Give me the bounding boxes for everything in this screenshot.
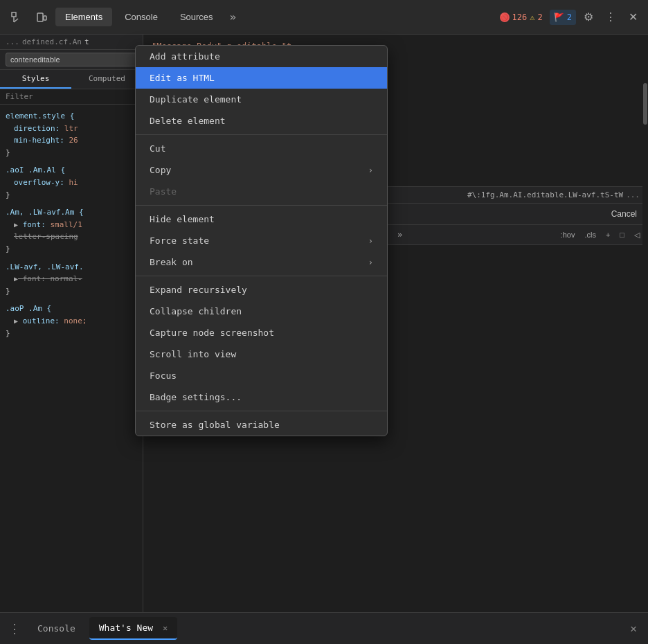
- menu-add-attribute[interactable]: Add attribute: [136, 46, 387, 67]
- menu-sep-4: [136, 411, 387, 411]
- menu-focus[interactable]: Focus: [136, 365, 387, 386]
- menu-sep-1: [136, 134, 387, 135]
- copy-arrow-icon: ›: [368, 166, 373, 175]
- menu-break-on[interactable]: Break on ›: [136, 251, 387, 273]
- context-menu: Add attribute Edit as HTML Duplicate ele…: [135, 45, 388, 436]
- menu-force-state[interactable]: Force state ›: [136, 230, 387, 251]
- menu-sep-2: [136, 205, 387, 206]
- menu-expand-recursively[interactable]: Expand recursively: [136, 279, 387, 301]
- menu-copy[interactable]: Copy ›: [136, 159, 387, 181]
- menu-paste: Paste: [136, 181, 387, 202]
- context-menu-overlay[interactable]: Add attribute Edit as HTML Duplicate ele…: [0, 0, 648, 644]
- force-state-arrow-icon: ›: [368, 236, 373, 246]
- menu-store-global[interactable]: Store as global variable: [136, 414, 387, 436]
- menu-cut[interactable]: Cut: [136, 138, 387, 159]
- menu-duplicate-element[interactable]: Duplicate element: [136, 89, 387, 110]
- menu-badge-settings[interactable]: Badge settings...: [136, 386, 387, 408]
- menu-capture-screenshot[interactable]: Capture node screenshot: [136, 322, 387, 343]
- menu-collapse-children[interactable]: Collapse children: [136, 301, 387, 322]
- break-on-arrow-icon: ›: [368, 258, 373, 267]
- menu-sep-3: [136, 276, 387, 276]
- menu-hide-element[interactable]: Hide element: [136, 208, 387, 230]
- menu-delete-element[interactable]: Delete element: [136, 110, 387, 132]
- menu-edit-as-html[interactable]: Edit as HTML: [136, 67, 387, 89]
- menu-scroll-into-view[interactable]: Scroll into view: [136, 343, 387, 365]
